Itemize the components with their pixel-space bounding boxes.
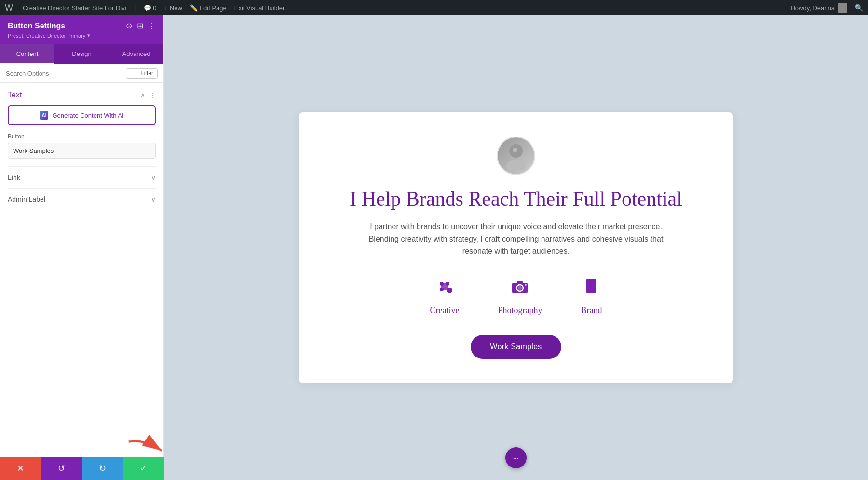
photography-icon [510, 277, 529, 301]
edit-icon: ✏️ [190, 4, 198, 12]
brand-icon [582, 277, 601, 301]
work-samples-button[interactable]: Work Samples [471, 335, 561, 359]
creative-label: Creative [430, 305, 460, 315]
undo-button[interactable]: ↺ [41, 457, 82, 480]
svg-point-2 [513, 148, 517, 152]
panel-header: Button Settings ⊙ ⊞ ⋮ Preset: Creative D… [0, 15, 163, 44]
photography-label: Photography [498, 305, 542, 315]
howdy-label: Howdy, Deanna [790, 4, 835, 12]
text-section-title: Text [8, 91, 22, 99]
wp-logo-icon[interactable]: W [5, 3, 13, 13]
exit-builder-button[interactable]: Exit Visual Builder [234, 4, 285, 12]
filter-button[interactable]: + + Filter [126, 68, 158, 79]
hero-title: I Help Brands Reach Their Full Potential [350, 187, 682, 211]
wp-admin-bar: W Creative Director Starter Site For Div… [0, 0, 868, 15]
search-options-bar: + + Filter [0, 64, 163, 83]
focus-mode-icon[interactable]: ⊙ [126, 21, 132, 30]
avatar-placeholder [498, 137, 534, 174]
fab-icon: ••• [513, 456, 518, 460]
creative-icon [435, 277, 454, 301]
tab-design[interactable]: Design [54, 44, 109, 64]
admin-label-section-header[interactable]: Admin Label ∨ [8, 195, 156, 203]
more-options-icon[interactable]: ⋮ [148, 21, 156, 30]
avatar-image [502, 141, 530, 170]
brand-icon-item: Brand [581, 277, 602, 315]
redo-button[interactable]: ↻ [82, 457, 123, 480]
ai-generate-button[interactable]: AI Generate Content With AI [8, 105, 156, 125]
separator: | [134, 3, 136, 12]
brand-label: Brand [581, 305, 602, 315]
main-layout: Button Settings ⊙ ⊞ ⋮ Preset: Creative D… [0, 0, 868, 480]
cancel-button[interactable]: ✕ [0, 457, 41, 480]
preset-arrow-icon: ▾ [87, 32, 90, 39]
text-section-more-icon[interactable]: ⋮ [149, 91, 156, 99]
settings-panel: Button Settings ⊙ ⊞ ⋮ Preset: Creative D… [0, 15, 164, 480]
user-menu[interactable]: Howdy, Deanna [790, 3, 847, 13]
layout-icon[interactable]: ⊞ [137, 21, 143, 30]
admin-search-icon[interactable]: 🔍 [855, 4, 863, 12]
fab-button[interactable]: ••• [505, 447, 527, 468]
search-options-input[interactable] [6, 70, 122, 77]
tab-content[interactable]: Content [0, 44, 54, 64]
section-controls: ∧ ⋮ [140, 91, 156, 99]
svg-point-1 [506, 160, 526, 170]
panel-header-top: Button Settings ⊙ ⊞ ⋮ [8, 21, 156, 30]
filter-plus-icon: + [130, 70, 134, 77]
preset-label[interactable]: Preset: Creative Director Primary ▾ [8, 32, 156, 39]
svg-rect-12 [517, 281, 523, 284]
svg-point-11 [518, 286, 522, 290]
button-field-label: Button [8, 133, 156, 140]
admin-label-section-title: Admin Label [8, 195, 45, 203]
panel-header-icons: ⊙ ⊞ ⋮ [126, 21, 156, 30]
hero-card: I Help Brands Reach Their Full Potential… [299, 112, 733, 383]
site-name[interactable]: Creative Director Starter Site For Divi [23, 4, 126, 12]
link-section-title: Link [8, 174, 20, 181]
panel-title: Button Settings [8, 22, 65, 30]
text-section-collapse-icon[interactable]: ∧ [140, 91, 145, 99]
photography-icon-item: Photography [498, 277, 542, 315]
main-content-area: I Help Brands Reach Their Full Potential… [164, 15, 868, 480]
link-chevron-icon[interactable]: ∨ [151, 174, 156, 181]
admin-label-section: Admin Label ∨ [8, 188, 156, 210]
link-section: Link ∨ [8, 166, 156, 188]
svg-point-13 [525, 284, 527, 286]
ai-icon: AI [40, 111, 48, 120]
new-button[interactable]: + New [164, 4, 182, 12]
user-avatar [838, 3, 847, 13]
comment-count[interactable]: 💬 0 [144, 4, 157, 12]
button-text-input[interactable] [8, 143, 156, 159]
tab-advanced[interactable]: Advanced [109, 44, 163, 64]
link-section-header[interactable]: Link ∨ [8, 174, 156, 181]
tab-bar: Content Design Advanced [0, 44, 163, 64]
text-section-header: Text ∧ ⋮ [8, 91, 156, 99]
icons-row: Creative Photography [430, 277, 602, 315]
hero-avatar [497, 137, 535, 175]
hero-description: I partner with brands to uncover their u… [366, 220, 665, 258]
creative-icon-item: Creative [430, 277, 460, 315]
edit-page-button[interactable]: ✏️ Edit Page [190, 4, 227, 12]
panel-content: Text ∧ ⋮ AI Generate Content With AI But… [0, 83, 163, 457]
admin-label-chevron-icon[interactable]: ∨ [151, 195, 156, 203]
